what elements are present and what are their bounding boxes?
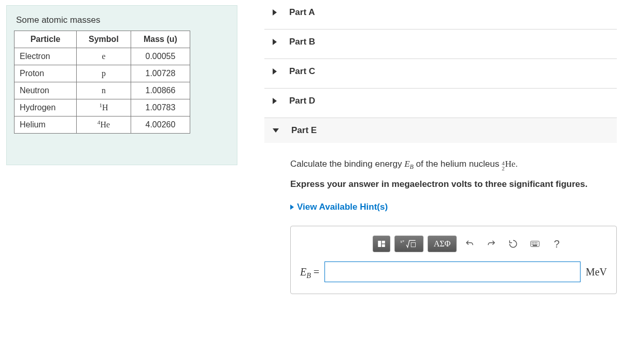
part-b-header[interactable]: Part B <box>264 30 617 59</box>
col-mass: Mass (u) <box>131 31 190 48</box>
equation-lhs: EB = <box>300 264 319 280</box>
redo-button[interactable] <box>483 236 500 252</box>
col-particle: Particle <box>15 31 77 48</box>
svg-point-11 <box>532 244 532 245</box>
svg-rect-0 <box>378 241 381 247</box>
svg-point-12 <box>533 244 534 245</box>
col-symbol: Symbol <box>77 31 131 48</box>
atomic-masses-panel: Some atomic masses Particle Symbol Mass … <box>6 5 237 165</box>
part-c-header[interactable]: Part C <box>264 59 617 89</box>
chevron-down-icon <box>273 128 279 133</box>
reset-button[interactable] <box>504 236 522 252</box>
table-row: Electron e 0.00055 <box>15 48 190 65</box>
part-label: Part D <box>289 96 315 106</box>
part-label: Part C <box>289 66 315 77</box>
svg-rect-15 <box>533 245 537 246</box>
reset-icon <box>508 239 518 249</box>
svg-point-9 <box>535 243 535 243</box>
answer-format-instruction: Express your answer in megaelectron volt… <box>290 178 617 191</box>
undo-button[interactable] <box>461 236 478 252</box>
svg-point-14 <box>536 244 537 245</box>
part-d-header[interactable]: Part D <box>264 89 617 118</box>
table-row: Proton p 1.00728 <box>15 65 190 82</box>
chevron-right-icon <box>273 98 277 104</box>
svg-rect-2 <box>382 244 385 247</box>
equation-toolbar: x α ΑΣΦ <box>300 236 607 252</box>
table-row: Hydrogen 1H 1.00783 <box>15 99 190 117</box>
svg-point-10 <box>536 243 537 243</box>
part-label: Part E <box>291 125 317 136</box>
part-a-header[interactable]: Part A <box>264 0 617 30</box>
panel-title: Some atomic masses <box>16 15 230 25</box>
part-e-body: Calculate the binding energy EB of the h… <box>264 143 617 294</box>
help-button[interactable]: ? <box>548 236 566 252</box>
part-label: Part A <box>289 7 315 18</box>
keyboard-icon <box>530 239 540 249</box>
keyboard-button[interactable] <box>526 236 544 252</box>
undo-icon <box>465 239 474 249</box>
svg-rect-5 <box>411 243 415 247</box>
templates-icon <box>377 239 386 249</box>
mass-table: Particle Symbol Mass (u) Electron e 0.00… <box>14 31 190 134</box>
part-label: Part B <box>289 37 315 47</box>
chevron-right-icon <box>290 205 294 210</box>
chevron-right-icon <box>273 39 277 45</box>
answer-input[interactable] <box>324 261 581 282</box>
redo-icon <box>487 239 496 249</box>
math-root-button[interactable]: x α <box>394 236 423 252</box>
svg-text:α: α <box>403 239 404 242</box>
svg-point-8 <box>533 243 534 243</box>
chevron-right-icon <box>273 68 277 75</box>
table-row: Helium 4He 4.00260 <box>15 117 190 134</box>
greek-letters-button[interactable]: ΑΣΦ <box>428 236 457 252</box>
table-row: Neutron n 1.00866 <box>15 82 190 99</box>
math-root-icon: x α <box>399 239 419 249</box>
svg-point-13 <box>535 244 535 245</box>
part-e-header[interactable]: Part E <box>264 118 617 143</box>
chevron-right-icon <box>273 9 277 16</box>
svg-point-7 <box>532 243 532 243</box>
view-hints-link[interactable]: View Available Hint(s) <box>290 200 388 214</box>
question-prompt: Calculate the binding energy EB of the h… <box>290 157 617 171</box>
svg-rect-1 <box>382 241 385 243</box>
answer-box: x α ΑΣΦ <box>290 226 617 294</box>
templates-button[interactable] <box>373 236 390 252</box>
answer-unit: MeV <box>586 264 607 280</box>
